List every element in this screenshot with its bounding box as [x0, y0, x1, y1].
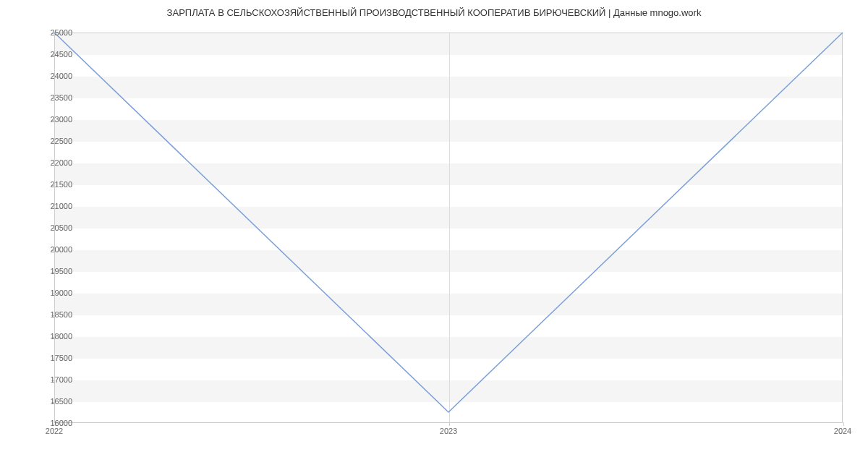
y-tick-label: 17000: [36, 375, 72, 384]
data-line: [54, 33, 843, 412]
y-tick-label: 17500: [36, 354, 72, 362]
y-tick-label: 23500: [36, 93, 72, 102]
y-tick-label: 18000: [36, 332, 72, 341]
y-tick-label: 25000: [36, 28, 72, 37]
chart-title: ЗАРПЛАТА В СЕЛЬСКОХОЗЯЙСТВЕННЫЙ ПРОИЗВОД…: [0, 0, 868, 18]
x-tick-label: 2022: [46, 427, 63, 435]
y-tick-label: 24000: [36, 72, 72, 80]
y-tick-label: 19000: [36, 289, 72, 297]
y-tick-label: 24500: [36, 50, 72, 59]
x-tick-label: 2023: [440, 427, 457, 435]
y-tick-label: 16000: [36, 419, 72, 427]
y-tick-label: 18500: [36, 310, 72, 319]
chart-plot-area: [54, 33, 843, 423]
y-tick-label: 23000: [36, 115, 72, 124]
y-tick-label: 21500: [36, 180, 72, 189]
y-tick-label: 20000: [36, 245, 72, 254]
y-tick-label: 20500: [36, 223, 72, 232]
y-tick-label: 21000: [36, 202, 72, 210]
x-tick-mark: [843, 422, 844, 426]
y-tick-label: 16500: [36, 397, 72, 406]
x-tick-label: 2024: [834, 427, 851, 435]
y-tick-label: 19500: [36, 267, 72, 275]
y-tick-label: 22500: [36, 137, 72, 145]
y-tick-label: 22000: [36, 158, 72, 167]
